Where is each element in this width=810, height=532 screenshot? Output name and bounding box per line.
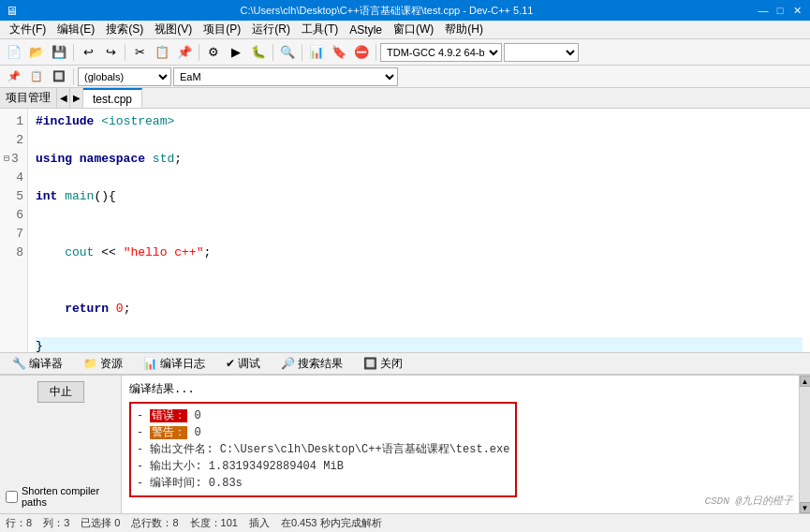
close-tab-icon: 🔲 <box>363 357 377 370</box>
menu-file[interactable]: 文件(F) <box>4 21 52 38</box>
run-button[interactable]: ▶ <box>226 42 246 63</box>
menu-run[interactable]: 运行(R) <box>246 21 296 38</box>
debug-tab-icon: ✔ <box>226 357 235 370</box>
open-button[interactable]: 📂 <box>26 42 47 63</box>
menu-bar: 文件(F) 编辑(E) 搜索(S) 视图(V) 项目(P) 运行(R) 工具(T… <box>0 21 810 39</box>
menu-tools[interactable]: 工具(T) <box>296 21 344 38</box>
compile-button[interactable]: ⚙ <box>203 42 224 63</box>
tb2-btn1[interactable]: 📌 <box>4 66 24 87</box>
save-button[interactable]: 💾 <box>49 42 69 63</box>
error-label: 错误： <box>150 409 187 422</box>
editor-section: 1 2 ⊟3 4 5 6 7 8 #include <iostream> usi… <box>0 109 810 352</box>
warning-line: - 警告： 0 <box>137 424 509 441</box>
cut-button[interactable]: ✂ <box>129 42 150 63</box>
project-tabs-row: 项目管理 ◀ ▶ test.cpp <box>0 88 810 109</box>
scroll-down-arrow[interactable]: ▼ <box>800 502 811 513</box>
title-bar-icon: 🖥 <box>6 4 18 18</box>
log-icon: 📊 <box>143 357 157 370</box>
sep3 <box>199 44 199 61</box>
globals-select[interactable]: (globals) <box>78 67 171 86</box>
bottom-left-panel: 中止 Shorten compiler paths <box>0 376 122 513</box>
status-row: 行：8 <box>6 516 32 530</box>
project-nav-next[interactable]: ▶ <box>70 88 83 108</box>
find-button[interactable]: 🔍 <box>277 42 298 63</box>
bottom-panel: 中止 Shorten compiler paths 编译结果... - 错误： … <box>0 375 810 513</box>
shorten-paths-label: Shorten compiler paths <box>22 485 115 508</box>
main-layout: 文件(F) 编辑(E) 搜索(S) 视图(V) 项目(P) 运行(R) 工具(T… <box>0 21 810 532</box>
window-controls: — □ ✕ <box>756 3 804 18</box>
watermark: CSDN @九日的橙子 <box>704 493 793 510</box>
shorten-paths-checkbox[interactable] <box>6 491 18 503</box>
search-tab-icon: 🔎 <box>281 357 295 370</box>
maximize-button[interactable]: □ <box>773 3 788 18</box>
compile-result-box: - 错误： 0 - 警告： 0 - 输出文件名: C:\Users\clh\De… <box>129 402 517 497</box>
title-bar: 🖥 C:\Users\clh\Desktop\C++语言基础课程\test.cp… <box>0 0 810 21</box>
compiler-select2[interactable] <box>504 43 579 62</box>
bottom-tabs: 🔧 编译器 📁 资源 📊 编译日志 ✔ 调试 🔎 搜索结果 🔲 关闭 <box>0 352 810 375</box>
menu-search[interactable]: 搜索(S) <box>100 21 149 38</box>
code-container[interactable]: 1 2 ⊟3 4 5 6 7 8 #include <iostream> usi… <box>0 109 810 352</box>
stop-button[interactable]: ⛔ <box>351 42 372 63</box>
menu-edit[interactable]: 编辑(E) <box>52 21 100 38</box>
error-line: - 错误： 0 <box>137 407 509 424</box>
btab-debug[interactable]: ✔ 调试 <box>217 353 269 375</box>
code-editor[interactable]: #include <iostream> using namespace std;… <box>28 109 810 352</box>
close-button[interactable]: ✕ <box>789 3 804 18</box>
status-col: 列：3 <box>43 516 69 530</box>
compile-result-title: 编译结果... <box>129 381 791 398</box>
profile-button[interactable]: 📊 <box>306 42 327 63</box>
sep2 <box>125 44 125 61</box>
paste-button[interactable]: 📌 <box>174 42 195 63</box>
output-file-line: - 输出文件名: C:\Users\clh\Desktop\C++语言基础课程\… <box>137 441 509 458</box>
new-button[interactable]: 📄 <box>4 42 24 63</box>
status-selected: 已选择 0 <box>81 516 120 530</box>
menu-help[interactable]: 帮助(H) <box>439 21 489 38</box>
compiler-icon: 🔧 <box>12 357 26 370</box>
toolbar2: 📌 📋 🔲 (globals) EaM <box>0 66 810 88</box>
shorten-paths-row: Shorten compiler paths <box>6 485 115 508</box>
minimize-button[interactable]: — <box>756 3 771 18</box>
menu-window[interactable]: 窗口(W) <box>388 21 439 38</box>
line-numbers: 1 2 ⊟3 4 5 6 7 8 <box>0 109 28 352</box>
toolbar: 📄 📂 💾 ↩ ↪ ✂ 📋 📌 ⚙ ▶ 🐛 🔍 📊 🔖 ⛔ TDM-GCC 4.… <box>0 39 810 66</box>
bookmark-button[interactable]: 🔖 <box>329 42 349 63</box>
copy-button[interactable]: 📋 <box>152 42 172 63</box>
status-insert: 插入 <box>249 516 270 530</box>
menu-project[interactable]: 项目(P) <box>198 21 246 38</box>
status-length: 长度：101 <box>190 516 238 530</box>
scroll-up-arrow[interactable]: ▲ <box>800 376 811 387</box>
menu-astyle[interactable]: AStyle <box>344 22 388 37</box>
tb2-btn3[interactable]: 🔲 <box>49 66 69 87</box>
btab-search[interactable]: 🔎 搜索结果 <box>272 353 351 375</box>
file-tab[interactable]: test.cpp <box>83 88 142 108</box>
compile-time-line: - 编译时间: 0.83s <box>137 475 509 492</box>
sep5 <box>302 44 302 61</box>
menu-view[interactable]: 视图(V) <box>149 21 198 38</box>
undo-button[interactable]: ↩ <box>78 42 98 63</box>
debug-button[interactable]: 🐛 <box>248 42 269 63</box>
sep4 <box>272 44 273 61</box>
project-label: 项目管理 <box>0 88 57 108</box>
redo-button[interactable]: ↪ <box>100 42 121 63</box>
warning-label: 警告： <box>150 426 187 439</box>
tb2-btn2[interactable]: 📋 <box>26 66 47 87</box>
resources-icon: 📁 <box>83 357 97 370</box>
window-title: C:\Users\clh\Desktop\C++语言基础课程\test.cpp … <box>18 4 756 18</box>
project-nav-prev[interactable]: ◀ <box>57 88 70 108</box>
sep1 <box>73 44 74 61</box>
compiler-select[interactable]: TDM-GCC 4.9.2 64-bit Release <box>380 43 502 62</box>
sep6 <box>376 44 376 61</box>
btab-resources[interactable]: 📁 资源 <box>75 353 131 375</box>
sep7 <box>73 68 74 85</box>
scrollbar: ▲ ▼ <box>799 376 810 513</box>
function-select[interactable]: EaM <box>173 67 398 86</box>
btab-compiler[interactable]: 🔧 编译器 <box>4 353 71 375</box>
abort-button[interactable]: 中止 <box>37 381 84 403</box>
output-size-line: - 输出大小: 1.83193492889404 MiB <box>137 458 509 475</box>
status-parse: 在0.453 秒内完成解析 <box>281 516 382 530</box>
compile-output: 编译结果... - 错误： 0 - 警告： 0 - 输出文件名: C:\User… <box>122 376 799 513</box>
btab-compile-log[interactable]: 📊 编译日志 <box>135 353 214 375</box>
status-total: 总行数：8 <box>131 516 178 530</box>
status-bar: 行：8 列：3 已选择 0 总行数：8 长度：101 插入 在0.453 秒内完… <box>0 513 810 532</box>
btab-close[interactable]: 🔲 关闭 <box>355 353 411 375</box>
